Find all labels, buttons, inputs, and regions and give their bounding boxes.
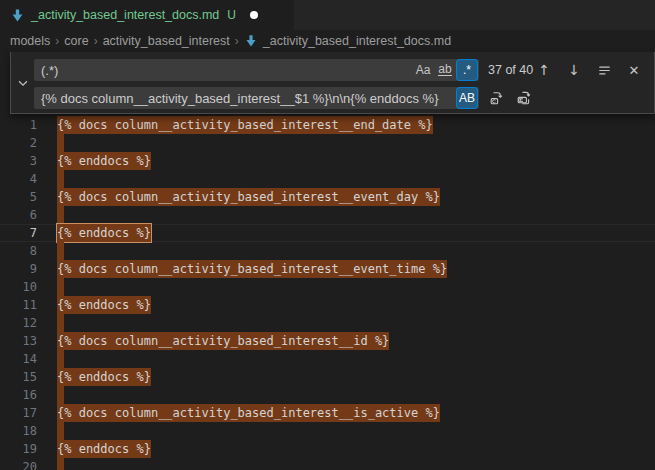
match-case-toggle[interactable]: Aa xyxy=(413,60,433,80)
breadcrumb: models › core › activity_based_interest … xyxy=(0,30,655,52)
dbt-file-icon xyxy=(10,8,25,23)
replace-icon xyxy=(489,90,505,106)
line-text: {% docs column__activity_based_interest_… xyxy=(57,260,447,278)
line-number: 10 xyxy=(0,278,37,296)
whole-word-toggle[interactable]: ab xyxy=(435,60,455,80)
line-text xyxy=(57,386,64,404)
arrow-up-icon: ↑ xyxy=(538,63,550,77)
next-match-button[interactable]: ↓ xyxy=(564,60,584,80)
line-number: 4 xyxy=(0,170,37,188)
line-number: 13 xyxy=(0,332,37,350)
tab-activity-based-interest-docs[interactable]: _activity_based_interest_docs.md U xyxy=(0,0,294,30)
line-text: {% docs column__activity_based_interest_… xyxy=(57,404,440,422)
editor-line[interactable]: 1 {% docs column__activity_based_interes… xyxy=(0,116,655,134)
editor-line[interactable]: 18 xyxy=(0,422,655,440)
editor-line[interactable]: 13 {% docs column__activity_based_intere… xyxy=(0,332,655,350)
replace-all-button[interactable] xyxy=(514,88,534,108)
line-text: {% docs column__activity_based_interest_… xyxy=(57,188,440,206)
line-number: 8 xyxy=(0,242,37,260)
editor-line[interactable]: 3 {% enddocs %} xyxy=(0,152,655,170)
editor-line[interactable]: 10 xyxy=(0,278,655,296)
line-number: 11 xyxy=(0,296,37,314)
vscode-window: _activity_based_interest_docs.md U model… xyxy=(0,0,655,470)
editor-line[interactable]: 17 {% docs column__activity_based_intere… xyxy=(0,404,655,422)
previous-match-button[interactable]: ↑ xyxy=(534,60,554,80)
line-text xyxy=(57,206,64,224)
tab-bar: _activity_based_interest_docs.md U xyxy=(0,0,655,30)
breadcrumb-item-models[interactable]: models xyxy=(10,34,50,48)
chevron-right-icon: › xyxy=(94,34,98,48)
find-row: Aa ab .* 37 of 40 ↑ ↓ ✕ xyxy=(34,59,648,81)
tab-label: _activity_based_interest_docs.md xyxy=(31,8,219,22)
chevron-right-icon: › xyxy=(55,34,59,48)
breadcrumb-item-activity-based-interest[interactable]: activity_based_interest xyxy=(103,34,230,48)
line-text xyxy=(57,134,64,152)
find-input-box: Aa ab .* xyxy=(34,59,479,81)
breadcrumb-item-file[interactable]: _activity_based_interest_docs.md xyxy=(263,34,451,48)
line-text xyxy=(57,314,64,332)
editor-line[interactable]: 14 xyxy=(0,350,655,368)
editor-line[interactable]: 5 {% docs column__activity_based_interes… xyxy=(0,188,655,206)
line-text: {% docs column__activity_based_interest_… xyxy=(57,332,389,350)
line-number: 20 xyxy=(0,458,37,470)
line-text xyxy=(57,350,64,368)
editor-line[interactable]: 20 xyxy=(0,458,655,470)
selection-lines-icon xyxy=(597,63,612,78)
git-status-badge: U xyxy=(227,8,236,22)
chevron-down-icon xyxy=(16,76,30,90)
line-number: 7 xyxy=(0,224,37,242)
line-text: {% enddocs %} xyxy=(57,368,151,386)
line-number: 3 xyxy=(0,152,37,170)
line-number: 17 xyxy=(0,404,37,422)
close-button[interactable]: ✕ xyxy=(624,60,644,80)
line-text: {% enddocs %} xyxy=(57,152,151,170)
editor-line[interactable]: 7 {% enddocs %} xyxy=(0,224,655,242)
line-number: 5 xyxy=(0,188,37,206)
find-input[interactable] xyxy=(34,59,407,81)
arrow-down-icon: ↓ xyxy=(568,63,580,77)
preserve-case-toggle[interactable]: AB xyxy=(457,88,477,108)
chevron-right-icon: › xyxy=(235,34,239,48)
regex-toggle[interactable]: .* xyxy=(457,60,477,80)
line-text xyxy=(57,170,64,188)
line-text xyxy=(57,242,64,260)
replace-toggles: AB xyxy=(457,88,477,108)
line-number: 12 xyxy=(0,314,37,332)
replace-buttons xyxy=(487,88,534,108)
line-number: 1 xyxy=(0,116,37,134)
line-number: 18 xyxy=(0,422,37,440)
line-text xyxy=(57,422,64,440)
dbt-file-icon xyxy=(244,34,258,48)
replace-all-icon xyxy=(516,90,532,106)
editor-line[interactable]: 6 xyxy=(0,206,655,224)
find-replace-widget: Aa ab .* 37 of 40 ↑ ↓ ✕ AB xyxy=(10,52,655,114)
breadcrumb-item-core[interactable]: core xyxy=(64,34,88,48)
line-text xyxy=(57,278,64,296)
toggle-replace-button[interactable] xyxy=(12,52,33,113)
editor-line[interactable]: 4 xyxy=(0,170,655,188)
editor-area: 1 {% docs column__activity_based_interes… xyxy=(0,52,655,470)
editor-line[interactable]: 15 {% enddocs %} xyxy=(0,368,655,386)
editor-line[interactable]: 16 xyxy=(0,386,655,404)
editor-line[interactable]: 8 xyxy=(0,242,655,260)
editor-line[interactable]: 2 xyxy=(0,134,655,152)
line-number: 2 xyxy=(0,134,37,152)
editor-line[interactable]: 11 {% enddocs %} xyxy=(0,296,655,314)
editor-lines: 1 {% docs column__activity_based_interes… xyxy=(0,116,655,470)
line-text: {% docs column__activity_based_interest_… xyxy=(57,116,433,134)
line-number: 9 xyxy=(0,260,37,278)
editor-line[interactable]: 12 xyxy=(0,314,655,332)
modified-dot[interactable] xyxy=(250,11,258,19)
line-text: {% enddocs %} xyxy=(57,296,151,314)
replace-row: AB xyxy=(34,87,648,109)
replace-button[interactable] xyxy=(487,88,507,108)
line-number: 16 xyxy=(0,386,37,404)
editor-line[interactable]: 9 {% docs column__activity_based_interes… xyxy=(0,260,655,278)
line-number: 15 xyxy=(0,368,37,386)
replace-input[interactable] xyxy=(34,87,452,109)
replace-input-box: AB xyxy=(34,87,479,109)
find-in-selection-button[interactable] xyxy=(594,60,614,80)
line-text xyxy=(57,458,64,470)
line-number: 19 xyxy=(0,440,37,458)
editor-line[interactable]: 19 {% enddocs %} xyxy=(0,440,655,458)
